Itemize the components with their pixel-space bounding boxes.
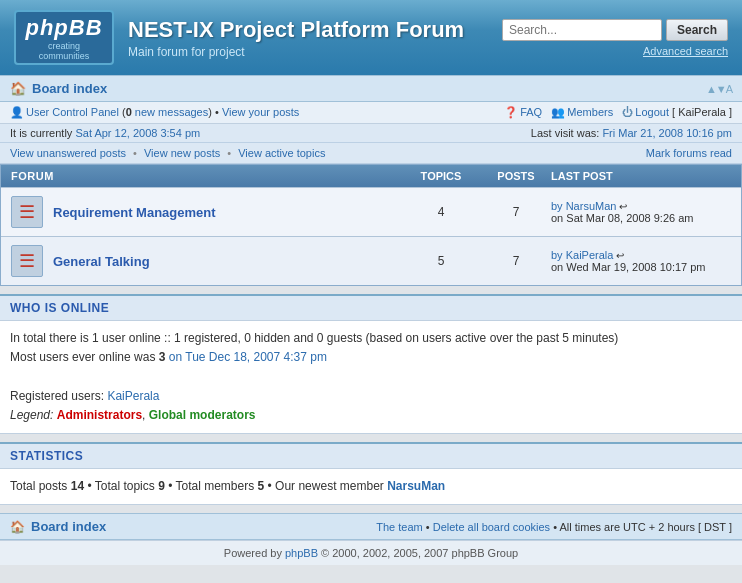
phpbb-link[interactable]: phpBB: [285, 547, 318, 559]
wio-line2-suffix: on Tue Dec 18, 2007 4:37 pm: [169, 350, 327, 364]
lastpost-icon-2: ↩: [616, 250, 624, 261]
forum-icon-1: ☰: [11, 196, 43, 228]
newest-member-label: Our newest member: [275, 479, 384, 493]
last-visit-value: Fri Mar 21, 2008 10:16 pm: [602, 127, 732, 139]
faq-link[interactable]: FAQ: [520, 106, 542, 118]
col-posts-header: POSTS: [481, 170, 551, 182]
stats-title: STATISTICS: [10, 449, 83, 463]
new-messages-count: 0: [126, 106, 132, 118]
forum-post-icon-1: ☰: [19, 201, 35, 223]
board-index-link[interactable]: Board index: [32, 81, 107, 96]
site-header: phpBB creating communities NEST-IX Proje…: [0, 0, 742, 75]
total-members-value: 5: [258, 479, 265, 493]
delete-cookies-link[interactable]: Delete all board cookies: [433, 521, 550, 533]
advanced-search-link[interactable]: Advanced search: [643, 45, 728, 57]
view-posts-link[interactable]: View your posts: [222, 106, 299, 118]
forum-post-icon-2: ☰: [19, 250, 35, 272]
username-display: KaiPerala: [678, 106, 726, 118]
forum-table-header: FORUM TOPICS POSTS LAST POST: [1, 165, 741, 187]
userbar-left: 👤User Control Panel (0 new messages) • V…: [10, 106, 299, 119]
last-visit-area: Last visit was: Fri Mar 21, 2008 10:16 p…: [531, 127, 732, 139]
stats-sep1: •: [87, 479, 94, 493]
new-posts-link[interactable]: View new posts: [144, 147, 220, 159]
footer-nav-left: 🏠 Board index: [10, 519, 106, 534]
posts-col-1: 7: [481, 205, 551, 219]
wio-admin-link[interactable]: Administrators: [57, 408, 142, 422]
wio-legend-label: Legend:: [10, 408, 53, 422]
ucp-icon: 👤: [10, 106, 24, 118]
wio-registered: Registered users: KaiPerala: [10, 387, 732, 406]
total-topics-value: 9: [158, 479, 165, 493]
search-row: Search: [502, 19, 728, 41]
wio-line2-prefix: Most users ever online was: [10, 350, 155, 364]
lastpost-col-1: by NarsuMan ↩ on Sat Mar 08, 2008 9:26 a…: [551, 200, 731, 224]
forum-table: FORUM TOPICS POSTS LAST POST ☰ Requireme…: [0, 164, 742, 286]
members-link[interactable]: Members: [567, 106, 613, 118]
members-icon: 👥: [551, 106, 565, 118]
lastpost-time-2: on Wed Mar 19, 2008 10:17 pm: [551, 261, 706, 273]
col-forum-header: FORUM: [11, 170, 401, 182]
active-topics-link[interactable]: View active topics: [238, 147, 325, 159]
team-link[interactable]: The team: [376, 521, 422, 533]
sep2: •: [227, 147, 231, 159]
resize-icons[interactable]: ▲▼A: [706, 83, 732, 95]
site-tagline: Main forum for project: [128, 45, 464, 59]
navbar: 🏠 Board index ▲▼A: [0, 75, 742, 102]
faq-icon: ❓: [504, 106, 518, 118]
forum-name-link-1[interactable]: Requirement Management: [53, 205, 216, 220]
copyright-text: © 2000, 2002, 2005, 2007 phpBB Group: [321, 547, 518, 559]
site-title-area: NEST-IX Project Platform Forum Main foru…: [128, 17, 464, 59]
lastpost-icon-1: ↩: [619, 201, 627, 212]
total-posts-value: 14: [71, 479, 84, 493]
phpbb-logo: phpBB creating communities: [14, 10, 114, 65]
lastpost-col-2: by KaiPerala ↩ on Wed Mar 19, 2008 10:17…: [551, 249, 731, 273]
linksbar: View unanswered posts • View new posts •…: [0, 143, 742, 164]
wio-line2-count: 3: [159, 350, 166, 364]
ucp-link[interactable]: User Control Panel: [26, 106, 119, 118]
wio-sep: ,: [142, 408, 145, 422]
bottom-footer: Powered by phpBB © 2000, 2002, 2005, 200…: [0, 540, 742, 565]
forum-name-link-2[interactable]: General Talking: [53, 254, 150, 269]
lastpost-user-2[interactable]: by KaiPerala: [551, 249, 613, 261]
footer-home-icon: 🏠: [10, 520, 25, 534]
newest-member-link[interactable]: NarsuMan: [387, 479, 445, 493]
phpbb-logo-text: phpBB: [25, 15, 102, 41]
statusbar: It is currently Sat Apr 12, 2008 3:54 pm…: [0, 124, 742, 143]
footer-nav: 🏠 Board index The team • Delete all boar…: [0, 513, 742, 540]
current-time-label: It is currently: [10, 127, 72, 139]
logo-area: phpBB creating communities NEST-IX Proje…: [14, 10, 464, 65]
wio-body: In total there is 1 user online :: 1 reg…: [0, 321, 742, 433]
wio-date-link[interactable]: on Tue Dec 18, 2007 4:37 pm: [169, 350, 327, 364]
statistics-section: STATISTICS Total posts 14 • Total topics…: [0, 442, 742, 505]
search-button[interactable]: Search: [666, 19, 728, 41]
wio-mod-link[interactable]: Global moderators: [149, 408, 256, 422]
footer-board-index-link[interactable]: Board index: [31, 519, 106, 534]
topics-col-1: 4: [401, 205, 481, 219]
logout-icon: ⏻: [622, 106, 633, 118]
wio-registered-label: Registered users:: [10, 389, 104, 403]
unanswered-posts-link[interactable]: View unanswered posts: [10, 147, 126, 159]
last-visit-label: Last visit was:: [531, 127, 599, 139]
stats-body: Total posts 14 • Total topics 9 • Total …: [0, 469, 742, 504]
mark-read-link[interactable]: Mark forums read: [646, 147, 732, 159]
powered-by-label: Powered by: [224, 547, 282, 559]
total-members-label: Total members: [175, 479, 254, 493]
total-topics-label: Total topics: [95, 479, 155, 493]
current-time-value: Sat Apr 12, 2008 3:54 pm: [75, 127, 200, 139]
current-time-area: It is currently Sat Apr 12, 2008 3:54 pm: [10, 127, 200, 139]
wio-registered-user[interactable]: KaiPerala: [107, 389, 159, 403]
search-input[interactable]: [502, 19, 662, 41]
site-title: NEST-IX Project Platform Forum: [128, 17, 464, 43]
wio-legend: Legend: Administrators, Global moderator…: [10, 406, 732, 425]
lastpost-time-1: on Sat Mar 08, 2008 9:26 am: [551, 212, 693, 224]
new-messages-label: new messages: [135, 106, 208, 118]
table-row: ☰ Requirement Management 4 7 by NarsuMan…: [1, 187, 741, 236]
stats-sep3: •: [268, 479, 276, 493]
phpbb-logo-sub: creating communities: [24, 41, 104, 61]
timezone-display: All times are UTC + 2 hours [ DST ]: [560, 521, 733, 533]
userbar: 👤User Control Panel (0 new messages) • V…: [0, 102, 742, 124]
new-messages-link[interactable]: 0 new messages: [126, 106, 209, 118]
lastpost-user-1[interactable]: by NarsuMan: [551, 200, 616, 212]
table-row: ☰ General Talking 5 7 by KaiPerala ↩ on …: [1, 236, 741, 285]
logout-link[interactable]: Logout: [635, 106, 669, 118]
